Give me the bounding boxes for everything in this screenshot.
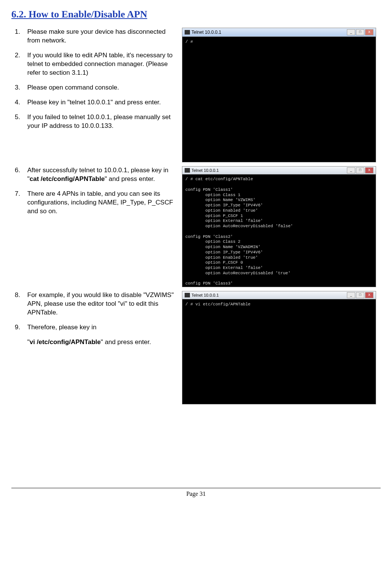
terminal-window-3: Telnet 10.0.0.1 _ □ X / # vi etc/config/… bbox=[182, 291, 376, 404]
step-1: Please make sure your device has disconn… bbox=[22, 28, 178, 45]
step-2: If you would like to edit APN table, it'… bbox=[22, 51, 178, 77]
maximize-button[interactable]: □ bbox=[356, 167, 364, 173]
instruction-block-2: After successfully telnet to 10.0.0.1, p… bbox=[11, 166, 178, 222]
terminal-body-1: / # bbox=[182, 37, 376, 162]
terminal-icon bbox=[185, 168, 190, 173]
maximize-button[interactable]: □ bbox=[356, 292, 364, 298]
terminal-title-text-2: Telnet 10.0.0.1 bbox=[191, 168, 219, 173]
close-button[interactable]: X bbox=[365, 167, 373, 173]
minimize-button[interactable]: _ bbox=[347, 29, 355, 35]
step-7: There are 4 APNs in table, and you can s… bbox=[22, 190, 178, 216]
maximize-button[interactable]: □ bbox=[356, 29, 364, 35]
close-button[interactable]: X bbox=[365, 292, 373, 298]
step-9-sub: "vi /etc/config/APNTable" and press ente… bbox=[27, 338, 178, 347]
terminal-title-text-3: Telnet 10.0.0.1 bbox=[191, 292, 219, 298]
close-button[interactable]: X bbox=[365, 29, 373, 35]
instruction-block-1: Please make sure your device has disconn… bbox=[11, 28, 178, 136]
step-6: After successfully telnet to 10.0.0.1, p… bbox=[22, 166, 178, 184]
terminal-title-text-1: Telnet 10.0.0.1 bbox=[191, 29, 221, 35]
section-heading: 6.2. How to Enable/Disable APN bbox=[11, 8, 381, 21]
step-9: Therefore, please key in bbox=[22, 323, 178, 332]
terminal-titlebar-1: Telnet 10.0.0.1 _ □ X bbox=[182, 28, 376, 37]
terminal-body-3: / # vi etc/config/APNTable bbox=[182, 299, 376, 404]
step-8: For example, if you would like to disabl… bbox=[22, 291, 178, 317]
minimize-button[interactable]: _ bbox=[347, 167, 355, 173]
terminal-icon bbox=[185, 293, 190, 297]
minimize-button[interactable]: _ bbox=[347, 292, 355, 298]
step-4: Please key in "telnet 10.0.0.1" and pres… bbox=[22, 98, 178, 107]
step-5: If you failed to telnet 10.0.0.1, please… bbox=[22, 113, 178, 130]
terminal-titlebar-3: Telnet 10.0.0.1 _ □ X bbox=[182, 291, 376, 299]
terminal-body-2: / # cat etc/config/APNTable config PDN '… bbox=[182, 175, 376, 287]
terminal-window-1: Telnet 10.0.0.1 _ □ X / # bbox=[182, 28, 376, 162]
terminal-icon bbox=[185, 30, 190, 35]
instruction-block-3: For example, if you would like to disabl… bbox=[11, 291, 178, 347]
page-footer: Page 31 bbox=[11, 488, 381, 498]
step-3: Please open command console. bbox=[22, 83, 178, 92]
terminal-window-2: Telnet 10.0.0.1 _ □ X / # cat etc/config… bbox=[182, 166, 376, 287]
terminal-titlebar-2: Telnet 10.0.0.1 _ □ X bbox=[182, 167, 376, 175]
